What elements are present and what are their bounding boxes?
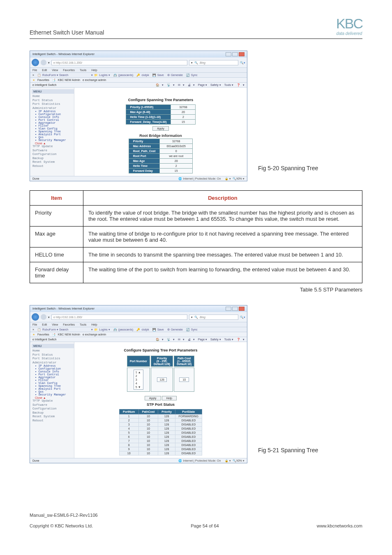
home-icon[interactable]: 🏠▾ [156,83,164,86]
safety-menu[interactable]: Safety ▾ [210,83,221,86]
sidebar-item[interactable]: Home [32,95,74,99]
roboform-search[interactable]: 📋RoboForm ▾ Search [37,74,68,76]
roboform-search-2[interactable]: 📋RoboForm ▾ Search [37,328,68,331]
help-icon[interactable]: ❓▾ [237,83,244,86]
sync-chip[interactable]: 🔄Sync [186,74,198,76]
minimize-button-2[interactable] [226,307,231,311]
suggested-icon-2[interactable]: 📑 [52,333,55,336]
print-icon-2[interactable]: 🖨▾ [188,338,195,341]
sidebar-item[interactable]: Backup [32,411,74,415]
favorites-star-icon-2[interactable]: ★ [32,333,35,336]
priority-input-2[interactable]: 128 [151,368,173,392]
menu-edit-2[interactable]: Edit [42,323,47,326]
menu-favorites-2[interactable]: Favorites [63,323,75,326]
maximize-button[interactable] [232,52,238,56]
sidebar-item[interactable]: Software [32,149,74,153]
save-chip-2[interactable]: 💾Save [152,328,164,331]
readmail-icon[interactable]: ✉▾ [178,83,184,86]
close-button-2[interactable] [239,307,244,311]
menu-close-2[interactable]: Close ▲ [32,396,74,399]
apply-button-2[interactable]: Apply [145,396,161,400]
generate-chip-2[interactable]: ⚙Generate [167,328,183,331]
generate-chip[interactable]: ⚙Generate [167,74,183,76]
sidebar-item[interactable]: Reset System [32,160,74,164]
tab-title[interactable]: e Intelligent Switch [32,83,56,86]
sidebar-item[interactable]: Reboot [32,419,74,423]
logins-chip[interactable]: ▾ 📁Logins ▾ [91,74,110,76]
priority-input[interactable]: 32768 [171,105,196,110]
readmail-icon-2[interactable]: ✉▾ [178,338,184,341]
sidebar-item[interactable]: Security Manager [32,393,74,396]
address-bar-2[interactable]: e http://192.168.1.200/ [51,314,187,320]
apply-button[interactable]: Apply [152,126,169,131]
menu-file[interactable]: File [32,69,37,72]
sidebar-item[interactable]: Port Statistics [32,357,74,361]
menu-edit[interactable]: Edit [42,69,47,72]
fav-item-2b[interactable]: e exchange admin [83,333,106,336]
page-menu[interactable]: Page ▾ [198,83,207,86]
sidebar-item[interactable]: Software [32,403,74,407]
help-button[interactable]: Help [162,396,177,400]
refresh-icon-2[interactable]: ▾ [191,316,193,319]
sidebar-item[interactable]: Configuration [32,153,74,157]
menu-help-2[interactable]: Help [91,323,97,326]
fav-item-1b[interactable]: KBC NEW Admin [58,333,80,336]
search-box[interactable]: ▾ 🔍 Bing [189,60,238,65]
dropdown-icon-2[interactable]: ▾ [48,316,50,319]
help-icon-2[interactable]: ❓▾ [237,338,244,341]
menu-view[interactable]: View [52,69,58,72]
x-icon-2[interactable]: × [32,328,34,331]
tools-menu[interactable]: Tools ▾ [224,83,233,86]
ciotpk-chip[interactable]: 🔑ciotpk [136,74,149,76]
passcards-chip[interactable]: 📇(passcards) [113,74,134,76]
address-bar[interactable]: e http://192.168.1.200/ [51,60,187,65]
zoom-indicator[interactable]: 🔒 ▾ 🔍90% ▾ [225,177,244,180]
search-box-2[interactable]: ▾ 🔍 Bing [189,314,238,320]
sidebar-item[interactable]: Home [32,349,74,353]
sync-chip-2[interactable]: 🔄Sync [186,328,198,331]
forward-button-2[interactable] [41,314,46,320]
ciotpk-chip-2[interactable]: 🔑ciotpk [136,328,149,331]
menu-file-2[interactable]: File [32,323,37,326]
tools-menu-2[interactable]: Tools ▾ [224,338,233,341]
maximize-button-2[interactable] [232,307,238,311]
back-button-2[interactable] [32,313,39,321]
sidebar-item[interactable]: Port Status [32,353,74,357]
sidebar-item[interactable]: TFTP Update [32,145,74,149]
menu-tools-2[interactable]: Tools [80,323,86,326]
search-go-icon-2[interactable]: 🔍▾ [240,316,245,319]
minimize-button[interactable] [226,52,231,56]
passcards-chip-2[interactable]: 📇(passcards) [113,328,134,331]
logins-chip-2[interactable]: ▾ 📁Logins ▾ [91,328,110,331]
save-chip[interactable]: 💾Save [152,74,164,76]
favorites-label[interactable]: Favorites [37,79,49,81]
fwd-input[interactable]: 15 [171,120,196,125]
x-icon[interactable]: × [32,74,34,76]
sidebar-item[interactable]: Configuration [32,407,74,411]
dropdown-icon[interactable]: ▾ [48,61,50,64]
home-icon-2[interactable]: 🏠▾ [156,338,164,341]
search-go-icon[interactable]: 🔍▾ [240,61,245,64]
sidebar-item[interactable]: Port Statistics [32,102,74,106]
sidebar-item[interactable]: Security Manager [32,139,74,142]
zoom-indicator-2[interactable]: 🔒 ▾ 🔍90% ▾ [225,459,244,462]
sidebar-item[interactable]: Reset System [32,415,74,419]
feeds-icon-2[interactable]: 📡▾ [167,338,175,341]
maxage-input[interactable]: 20 [171,110,196,115]
menu-tools[interactable]: Tools [80,69,86,72]
print-icon[interactable]: 🖨▾ [188,83,195,86]
sidebar-item[interactable]: Backup [32,157,74,161]
suggested-icon[interactable]: 📑 [52,79,55,81]
port-select[interactable]: 1 ▲2345 ▼ [127,368,150,392]
menu-view-2[interactable]: View [52,323,58,326]
tab-title-2[interactable]: e Intelligent Switch [32,338,56,341]
fav-item-1[interactable]: KBC NEW Admin [58,79,80,81]
fav-item-2[interactable]: e exchange admin [83,79,106,81]
favorites-label-2[interactable]: Favorites [37,333,49,336]
refresh-icon[interactable]: ▾ [191,61,193,64]
forward-button[interactable] [41,60,46,65]
sidebar-item[interactable]: Reboot [32,164,74,169]
close-button[interactable] [239,52,244,56]
safety-menu-2[interactable]: Safety ▾ [210,338,221,341]
sidebar-item[interactable]: TFTP Update [32,399,74,403]
